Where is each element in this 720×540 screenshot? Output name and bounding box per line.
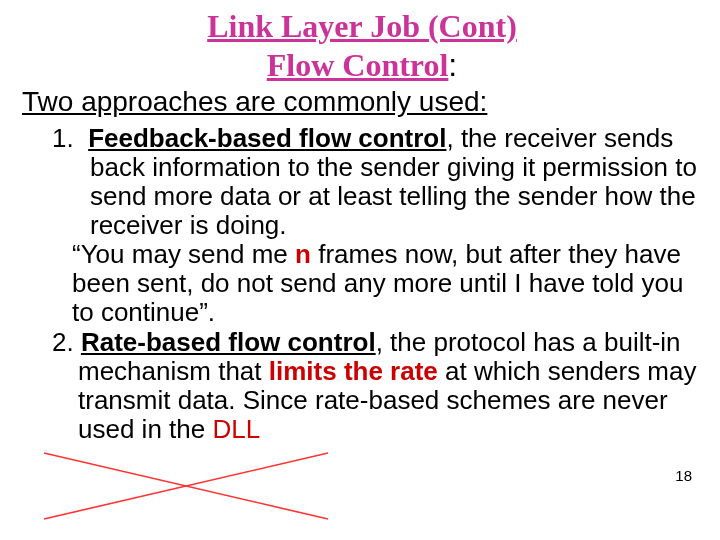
item2-lead: Rate-based flow control: [81, 327, 376, 357]
page-number: 18: [675, 467, 692, 484]
strike-x-icon: [36, 449, 336, 523]
quote-pre: “You may send me: [72, 239, 295, 269]
slide: Link Layer Job (Cont) Flow Control: Two …: [0, 0, 720, 540]
list-item-1: 1. Feedback-based flow control, the rece…: [22, 124, 702, 240]
slide-title: Link Layer Job (Cont): [22, 8, 702, 45]
intro-line: Two approaches are commonly used:: [22, 86, 702, 118]
item2-dll: DLL: [212, 414, 260, 444]
item1-number: 1.: [52, 123, 74, 153]
svg-line-1: [44, 453, 328, 519]
quote-n: n: [295, 239, 311, 269]
strike-annotation: [36, 449, 336, 523]
subtitle-text: Flow Control: [267, 47, 449, 83]
svg-line-0: [44, 453, 328, 519]
slide-subtitle: Flow Control:: [22, 47, 702, 84]
list-item-2: 2. Rate-based flow control, the protocol…: [22, 328, 702, 444]
item1-lead: Feedback-based flow control: [88, 123, 446, 153]
subtitle-colon: :: [448, 47, 457, 83]
item1-quote: “You may send me n frames now, but after…: [22, 240, 702, 327]
item2-limits: limits the rate: [269, 356, 438, 386]
item2-number: 2.: [52, 327, 74, 357]
body-text: 1. Feedback-based flow control, the rece…: [22, 124, 702, 444]
